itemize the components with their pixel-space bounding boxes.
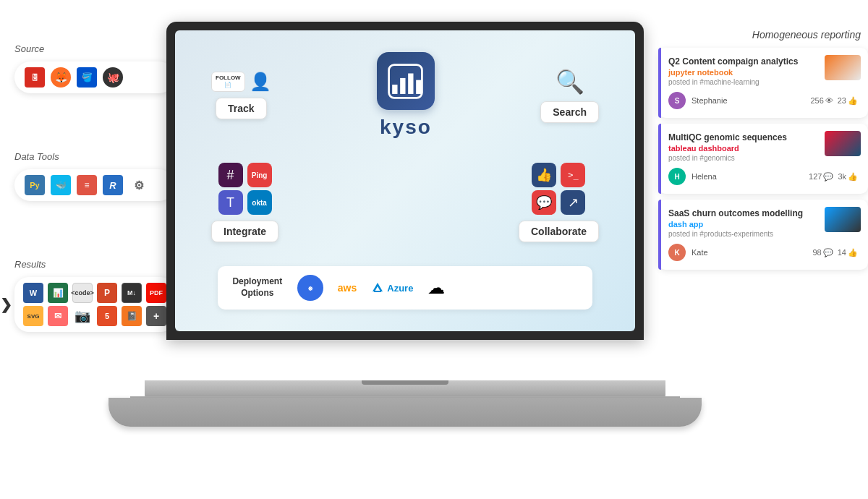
svg-rect-1 bbox=[393, 85, 398, 94]
redis-icon: 🗄 bbox=[25, 67, 45, 88]
laptop-foot bbox=[109, 398, 702, 427]
search-block: 🔍 Search bbox=[540, 68, 599, 123]
word-icon: W bbox=[23, 283, 43, 303]
integrate-icons: # Ping T okta bbox=[218, 163, 272, 215]
kubernetes-icon: ⎈ bbox=[297, 275, 323, 301]
results-chevron: ❯ bbox=[0, 296, 12, 313]
collab-row-1: 👍 >_ bbox=[532, 163, 585, 187]
azure-icon: Azure bbox=[371, 281, 413, 294]
laptop-notch bbox=[362, 380, 448, 385]
svg-rect-2 bbox=[401, 77, 406, 93]
deployment-strip: Deployment Options ⎈ aws Azure ☁ bbox=[218, 266, 592, 310]
views-stat-1: 256 👁 bbox=[810, 96, 833, 105]
panel-title: Homogeneous reporting bbox=[658, 29, 868, 40]
report-card-3[interactable]: SaaS churn outcomes modelling dash app p… bbox=[658, 200, 868, 270]
search-icon: 🔍 bbox=[556, 68, 584, 95]
python-icon: Py bbox=[25, 175, 45, 195]
html5-icon: 5 bbox=[97, 306, 117, 326]
laptop-screen-inner: FOLLOW📄 👤 Track bbox=[175, 30, 635, 331]
follow-icon: FOLLOW📄 bbox=[211, 72, 245, 91]
thumbsup-icon: 👍 bbox=[532, 163, 556, 187]
report-author-2: Helena bbox=[692, 172, 803, 181]
integrate-block: # Ping T okta Integrate bbox=[211, 163, 278, 242]
gitlab-icon: 🦊 bbox=[51, 67, 71, 88]
layers-icon: ≡ bbox=[77, 175, 97, 195]
deployment-label: Deployment Options bbox=[232, 276, 283, 299]
report-stats-3: 98 💬 14 👍 bbox=[813, 248, 859, 257]
collaborate-icons: 👍 >_ 💬 ↗ bbox=[532, 163, 585, 215]
track-button[interactable]: Track bbox=[216, 98, 267, 119]
track-icons: FOLLOW📄 👤 bbox=[211, 72, 271, 92]
laptop-screen-outer: FOLLOW📄 👤 Track bbox=[166, 22, 644, 340]
report-footer-2: H Helena 127 💬 3k 👍 bbox=[668, 168, 858, 185]
svg-marker-5 bbox=[373, 283, 383, 291]
report-author-3: Kate bbox=[692, 248, 807, 257]
excel-icon: 📊 bbox=[48, 283, 68, 303]
code-icon: <code> bbox=[72, 283, 93, 303]
integrate-row-1: # Ping bbox=[218, 163, 272, 187]
report-footer-3: K Kate 98 💬 14 👍 bbox=[668, 244, 858, 261]
report-preview-1 bbox=[825, 55, 861, 80]
collaborate-block: 👍 >_ 💬 ↗ Collaborate bbox=[519, 163, 599, 242]
jupyter-icon: 📓 bbox=[122, 306, 142, 326]
kyso-logo-box bbox=[377, 52, 435, 110]
report-footer-1: S Stephanie 256 👁 23 👍 bbox=[668, 92, 858, 109]
screen-content: FOLLOW📄 👤 Track bbox=[190, 45, 621, 317]
chat-icon: 💬 bbox=[532, 190, 556, 215]
gcp-icon: ☁ bbox=[427, 278, 445, 298]
laptop-base bbox=[145, 380, 665, 398]
search-button[interactable]: Search bbox=[540, 101, 599, 123]
report-stats-1: 256 👁 23 👍 bbox=[810, 96, 858, 106]
views-stat-3: 98 💬 bbox=[813, 248, 833, 257]
report-avatar-3: K bbox=[668, 244, 686, 261]
laptop: FOLLOW📄 👤 Track bbox=[145, 22, 665, 441]
track-block: FOLLOW📄 👤 Track bbox=[211, 72, 271, 119]
slack-icon: # bbox=[218, 163, 243, 187]
report-card-1[interactable]: Q2 Content compaign analytics jupyter no… bbox=[658, 48, 868, 118]
docker-icon: 🐳 bbox=[51, 175, 71, 195]
integrate-row-2: T okta bbox=[218, 190, 272, 215]
report-preview-3 bbox=[825, 207, 861, 232]
ping-icon: Ping bbox=[247, 163, 272, 187]
svg-rect-3 bbox=[409, 73, 414, 93]
teams-icon: T bbox=[218, 190, 243, 215]
report-author-1: Stephanie bbox=[692, 96, 804, 105]
comments-stat-1: 23 👍 bbox=[838, 96, 858, 106]
report-avatar-2: H bbox=[668, 168, 686, 185]
report-stats-2: 127 💬 3k 👍 bbox=[809, 172, 858, 182]
kyso-brand-text: kyso bbox=[380, 116, 432, 139]
bitbucket-icon: 🪣 bbox=[77, 67, 97, 88]
k8s-logo: ⎈ bbox=[297, 275, 323, 301]
collab-row-2: 💬 ↗ bbox=[532, 190, 585, 215]
person-icon: 👤 bbox=[250, 72, 271, 92]
report-avatar-1: S bbox=[668, 92, 686, 109]
svg-rect-4 bbox=[417, 80, 422, 93]
right-panel: Homogeneous reporting Q2 Content compaig… bbox=[658, 29, 868, 276]
r-icon: R bbox=[103, 175, 123, 195]
svg-icon: SVG bbox=[23, 306, 43, 326]
share-icon: ↗ bbox=[561, 190, 585, 215]
aws-icon: aws bbox=[338, 282, 357, 294]
collaborate-button[interactable]: Collaborate bbox=[519, 221, 599, 242]
okta-icon: okta bbox=[247, 190, 272, 215]
center-logo: kyso bbox=[377, 52, 435, 139]
github-icon: 🐙 bbox=[103, 67, 123, 88]
powerpoint-icon: P bbox=[97, 283, 117, 303]
views-stat-2: 127 💬 bbox=[809, 172, 833, 182]
terminal-icon: >_ bbox=[561, 163, 585, 187]
report-card-2[interactable]: MultiQC genomic sequences tableau dashbo… bbox=[658, 124, 868, 194]
comments-stat-2: 3k 👍 bbox=[838, 172, 858, 182]
email-icon: ✉ bbox=[48, 306, 68, 326]
screen-middle-row: # Ping T okta Integrate bbox=[197, 163, 613, 242]
report-preview-2 bbox=[825, 131, 861, 156]
screen-top-row: FOLLOW📄 👤 Track bbox=[197, 52, 613, 139]
svg-rect-6 bbox=[374, 291, 381, 292]
comments-stat-3: 14 👍 bbox=[838, 248, 858, 257]
integrate-button[interactable]: Integrate bbox=[211, 221, 278, 242]
photo-icon: 📷 bbox=[72, 306, 93, 326]
markdown-icon: M↓ bbox=[122, 283, 142, 303]
